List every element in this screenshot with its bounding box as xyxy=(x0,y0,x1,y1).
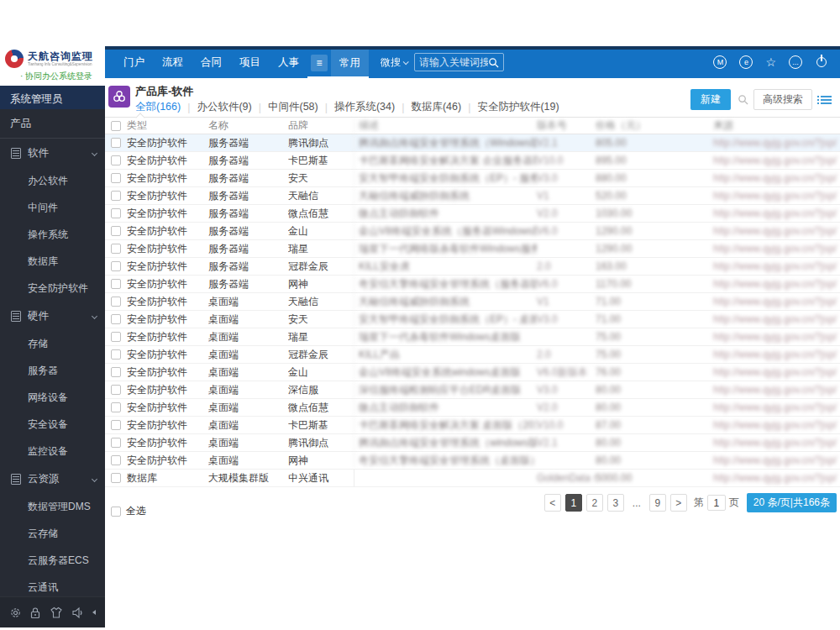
search-icon[interactable] xyxy=(488,57,499,68)
row-checkbox[interactable] xyxy=(111,297,121,307)
sidebar-item-办公软件[interactable]: 办公软件 xyxy=(0,167,105,194)
page-button-9[interactable]: 9 xyxy=(649,494,666,512)
table-row[interactable]: 安全防护软件桌面端微点佰慧微点主动防御软件V2.080.00http://www… xyxy=(105,399,840,417)
sidebar-item-安全设备[interactable]: 安全设备 xyxy=(0,411,105,438)
tab-操作系统(34)[interactable]: 操作系统(34) xyxy=(328,100,402,114)
sidebar-item-数据管理DMS[interactable]: 数据管理DMS xyxy=(0,493,105,520)
header-cell-5[interactable]: 价格（元） xyxy=(596,118,713,133)
row-checkbox[interactable] xyxy=(111,155,121,165)
row-checkbox[interactable] xyxy=(111,455,121,465)
e-message-icon[interactable]: e xyxy=(739,55,753,69)
sidebar-group-云资源[interactable]: 云资源 xyxy=(0,465,105,493)
nav-item-changyong[interactable]: 常用 xyxy=(331,50,369,76)
table-row[interactable]: 安全防护软件桌面端卡巴斯基卡巴斯基网络安全解决方案 桌面版（2019）- KS.… xyxy=(105,417,840,434)
row-checkbox[interactable] xyxy=(111,385,121,395)
next-page-button[interactable]: > xyxy=(670,494,687,512)
sidebar-item-安全防护软件[interactable]: 安全防护软件 xyxy=(0,275,105,302)
header-cell-1[interactable]: 名称 xyxy=(208,118,288,133)
table-row[interactable]: 安全防护软件桌面端天融信天融信终端威胁防御系统V171.00http://www… xyxy=(105,293,840,311)
nav-item[interactable]: 合同 xyxy=(192,48,230,76)
table-row[interactable]: 安全防护软件服务器端网神奇安信天擎终端安全管理系统（服务器版）V6.01170.… xyxy=(105,276,840,293)
prev-page-button[interactable]: < xyxy=(544,494,561,512)
select-all-checkbox[interactable] xyxy=(111,507,121,517)
table-row[interactable]: 安全防护软件桌面端冠群金辰KILL产品2.075.00http://www.qy… xyxy=(105,346,840,364)
row-checkbox[interactable] xyxy=(111,367,121,377)
row-checkbox[interactable] xyxy=(111,226,121,236)
settings-gear-icon[interactable] xyxy=(9,606,22,619)
row-checkbox[interactable] xyxy=(111,173,121,183)
sidebar-item-存储[interactable]: 存储 xyxy=(0,330,105,357)
row-checkbox[interactable] xyxy=(111,244,121,254)
row-checkbox[interactable] xyxy=(111,261,121,271)
sidebar-collapse-icon[interactable] xyxy=(92,610,96,615)
tab-全部(166)[interactable]: 全部(166) xyxy=(129,100,187,114)
tab-中间件(58)[interactable]: 中间件(58) xyxy=(261,100,325,114)
tab-数据库(46)[interactable]: 数据库(46) xyxy=(404,100,468,114)
m-circle-icon[interactable]: M xyxy=(713,55,727,69)
page-button-1[interactable]: 1 xyxy=(565,494,582,512)
tab-办公软件(9)[interactable]: 办公软件(9) xyxy=(190,100,258,114)
column-settings-icon[interactable] xyxy=(819,94,833,106)
table-row[interactable]: 安全防护软件服务器端天融信天融信终端威胁防御系统V1520.00http://w… xyxy=(105,187,840,205)
table-row[interactable]: 安全防护软件服务器端卡巴斯基卡巴斯基网络安全解决方案 企业服务器版 2019..… xyxy=(105,152,840,170)
row-checkbox[interactable] xyxy=(111,438,121,448)
row-checkbox[interactable] xyxy=(111,420,121,430)
sidebar-section-product[interactable]: 产品 xyxy=(0,109,105,139)
header-cell-6[interactable]: 来源 xyxy=(713,118,840,133)
table-row[interactable]: 安全防护软件桌面端金山金山V8终端安全系统windows桌面版V6.0新版本76… xyxy=(105,364,840,381)
sidebar-item-中间件[interactable]: 中间件 xyxy=(0,194,105,221)
table-row[interactable]: 安全防护软件服务器端安天安天智甲终端安全防御系统（EP）- 服务器V3.0880… xyxy=(105,170,840,187)
sidebar-group-硬件[interactable]: 硬件 xyxy=(0,302,105,330)
nav-item[interactable]: 流程 xyxy=(154,48,192,76)
page-size-button[interactable]: 20 条/页|共166条 xyxy=(747,493,837,512)
table-row[interactable]: 安全防护软件桌面端腾讯御点腾讯御点终端安全管理系统（windows版）V2.1V… xyxy=(105,434,840,452)
sidebar-item-云存储[interactable]: 云存储 xyxy=(0,520,105,547)
page-jump-input[interactable] xyxy=(707,495,726,511)
table-row[interactable]: 安全防护软件服务器端腾讯御点腾讯御点终端安全管理系统（Windows版）V2.1… xyxy=(105,134,840,152)
tab-安全防护软件(19)[interactable]: 安全防护软件(19) xyxy=(470,100,565,114)
theme-shirt-icon[interactable] xyxy=(50,606,63,619)
sidebar-item-云服务器ECS[interactable]: 云服务器ECS xyxy=(0,547,105,574)
sidebar-group-软件[interactable]: 软件 xyxy=(0,139,105,167)
table-row[interactable]: 安全防护软件桌面端网神奇安信天擎终端安全管理系统（桌面版）80.00http:/… xyxy=(105,452,840,470)
header-checkbox[interactable] xyxy=(111,121,121,131)
row-checkbox[interactable] xyxy=(111,332,121,342)
header-cell-3[interactable]: 描述 xyxy=(354,118,537,134)
table-row[interactable]: 安全防护软件桌面端安天安天智甲终端安全防御系统（EP）- 桌面版V3.071.0… xyxy=(105,311,840,328)
table-row[interactable]: 数据库大规模集群版中兴通讯GoldenData s...5000.00http:… xyxy=(105,470,840,487)
sidebar-item-数据库[interactable]: 数据库 xyxy=(0,248,105,275)
table-row[interactable]: 安全防护软件桌面端深信服深信服终端检测响应平台EDR桌面版V3.080.00ht… xyxy=(105,381,840,399)
nav-menu-icon[interactable]: ≡ xyxy=(311,55,328,71)
nav-item[interactable]: 人事 xyxy=(270,48,307,76)
more-circle-icon[interactable]: ... xyxy=(789,55,802,69)
oa-login-link[interactable]: · 协同办公系统登录 xyxy=(20,71,105,82)
table-row[interactable]: 安全防护软件服务器端微点佰慧微点主动防御软件V2.01030.00http://… xyxy=(105,205,840,223)
row-checkbox[interactable] xyxy=(111,314,121,324)
sidebar-item-网络设备[interactable]: 网络设备 xyxy=(0,384,105,411)
sidebar-item-操作系统[interactable]: 操作系统 xyxy=(0,221,105,248)
sidebar-item-服务器[interactable]: 服务器 xyxy=(0,357,105,384)
row-checkbox[interactable] xyxy=(111,349,121,360)
table-row[interactable]: 安全防护软件服务器端冠群金辰KILL安全虎2.0163.00http://www… xyxy=(105,258,840,276)
wesearch-dropdown[interactable]: 微搜 xyxy=(381,55,407,70)
header-cell-2[interactable]: 品牌 xyxy=(288,118,354,133)
nav-item[interactable]: 门户 xyxy=(115,48,153,76)
row-checkbox[interactable] xyxy=(111,208,121,218)
row-checkbox[interactable] xyxy=(111,191,121,201)
table-row[interactable]: 安全防护软件服务器端瑞星瑞星下一代网络版杀毒软件Windows服务器版1290.… xyxy=(105,240,840,258)
page-button-2[interactable]: 2 xyxy=(586,494,603,512)
row-checkbox[interactable] xyxy=(111,138,121,148)
table-row[interactable]: 安全防护软件服务器端金山金山V8终端安全系统（服务器Windows版本）V6.0… xyxy=(105,223,840,240)
favorite-star-icon[interactable]: ☆ xyxy=(765,55,776,69)
row-checkbox[interactable] xyxy=(111,473,121,483)
sidebar-item-监控设备[interactable]: 监控设备 xyxy=(0,438,105,465)
speaker-icon[interactable] xyxy=(71,606,85,619)
power-icon[interactable] xyxy=(815,55,828,69)
table-row[interactable]: 安全防护软件桌面端瑞星瑞星下一代杀毒软件Windows桌面版75.00http:… xyxy=(105,328,840,346)
row-checkbox[interactable] xyxy=(111,279,121,289)
row-checkbox[interactable] xyxy=(111,402,121,412)
new-button[interactable]: 新建 xyxy=(690,89,731,110)
lock-icon[interactable] xyxy=(29,606,41,619)
table-search-icon[interactable] xyxy=(738,94,748,105)
advanced-search-button[interactable]: 高级搜索 xyxy=(753,89,812,110)
